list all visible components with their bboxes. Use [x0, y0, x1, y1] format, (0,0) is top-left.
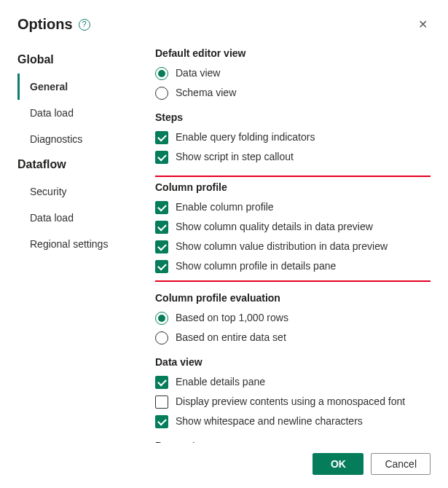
sidebar-section-global: Global [17, 53, 138, 66]
option-label: Based on top 1,000 rows [176, 311, 288, 325]
group-title: Data view [155, 356, 431, 368]
radio-icon[interactable] [155, 331, 168, 345]
sidebar-item-regional-settings[interactable]: Regional settings [17, 231, 138, 257]
option-label: Show whitespace and newline characters [176, 414, 363, 428]
close-icon[interactable]: ✕ [415, 15, 431, 34]
content-panel: Default editor view Data view Schema vie… [155, 47, 431, 443]
sidebar-item-label: Data load [30, 107, 74, 119]
option-column-quality[interactable]: Show column quality details in data prev… [155, 219, 428, 235]
option-step-callout[interactable]: Show script in step callout [155, 149, 431, 165]
group-title: Column profile [155, 181, 428, 193]
sidebar-item-general[interactable]: General [17, 74, 138, 100]
option-label: Schema view [176, 86, 236, 100]
sidebar-item-label: Security [30, 186, 67, 197]
option-details-pane[interactable]: Enable details pane [155, 374, 431, 390]
radio-icon[interactable] [155, 67, 168, 80]
sidebar-section-dataflow: Dataflow [17, 158, 138, 171]
sidebar-item-label: Regional settings [30, 238, 108, 250]
option-label: Show script in step callout [176, 150, 294, 164]
group-column-profile: Column profile Enable column profile Sho… [155, 181, 428, 275]
checkbox-icon[interactable] [155, 260, 168, 273]
option-data-view[interactable]: Data view [155, 65, 431, 82]
checkbox-icon[interactable] [155, 415, 168, 428]
dialog-title: Options [17, 16, 73, 33]
group-title: Default editor view [155, 47, 431, 59]
radio-icon[interactable] [155, 87, 168, 100]
checkbox-icon[interactable] [155, 131, 168, 144]
option-label: Show column quality details in data prev… [176, 220, 373, 234]
option-query-folding[interactable]: Enable query folding indicators [155, 129, 431, 146]
checkbox-icon[interactable] [155, 240, 168, 253]
group-default-editor-view: Default editor view Data view Schema vie… [155, 47, 431, 101]
option-label: Show column value distribution in data p… [176, 240, 388, 253]
radio-icon[interactable] [155, 312, 168, 325]
sidebar: Global General Data load Diagnostics Dat… [17, 47, 138, 443]
option-label: Data view [176, 66, 220, 80]
checkbox-icon[interactable] [155, 151, 168, 164]
option-label: Enable query folding indicators [176, 130, 315, 144]
sidebar-item-security[interactable]: Security [17, 178, 138, 205]
option-monospaced[interactable]: Display preview contents using a monospa… [155, 393, 431, 410]
checkbox-icon[interactable] [155, 201, 168, 214]
sidebar-item-label: Diagnostics [30, 133, 82, 145]
sidebar-item-label: General [30, 81, 68, 93]
group-steps: Steps Enable query folding indicators Sh… [155, 111, 431, 165]
option-schema-view[interactable]: Schema view [155, 84, 431, 101]
help-icon[interactable]: ? [79, 19, 90, 31]
option-label: Based on entire data set [176, 331, 286, 345]
group-data-view: Data view Enable details pane Display pr… [155, 356, 431, 430]
dialog-footer: OK Cancel [17, 443, 431, 475]
dialog-header: Options ? ✕ [17, 15, 431, 34]
option-label: Show column profile in details pane [176, 259, 336, 273]
checkbox-icon[interactable] [155, 221, 168, 234]
ok-button[interactable]: OK [313, 453, 363, 475]
cancel-button[interactable]: Cancel [371, 453, 431, 475]
option-column-profile-pane[interactable]: Show column profile in details pane [155, 258, 428, 275]
option-label: Display preview contents using a monospa… [176, 395, 405, 409]
group-column-profile-eval: Column profile evaluation Based on top 1… [155, 292, 431, 346]
highlight-column-profile: Column profile Enable column profile Sho… [155, 176, 431, 282]
checkbox-icon[interactable] [155, 376, 168, 389]
sidebar-item-diagnostics[interactable]: Diagnostics [17, 126, 138, 152]
sidebar-item-label: Data load [30, 212, 74, 224]
group-title: Steps [155, 111, 431, 123]
option-label: Enable column profile [176, 200, 274, 214]
option-whitespace[interactable]: Show whitespace and newline characters [155, 413, 431, 430]
option-top-1000[interactable]: Based on top 1,000 rows [155, 310, 431, 326]
option-entire-dataset[interactable]: Based on entire data set [155, 329, 431, 346]
title-wrap: Options ? [17, 16, 90, 33]
option-column-value-dist[interactable]: Show column value distribution in data p… [155, 238, 428, 255]
checkbox-icon[interactable] [155, 395, 168, 409]
options-dialog: Options ? ✕ Global General Data load Dia… [0, 0, 448, 488]
dialog-body: Global General Data load Diagnostics Dat… [17, 47, 431, 443]
group-title: Column profile evaluation [155, 292, 431, 304]
sidebar-item-data-load-dataflow[interactable]: Data load [17, 205, 138, 231]
sidebar-item-data-load-global[interactable]: Data load [17, 100, 138, 126]
option-enable-column-profile[interactable]: Enable column profile [155, 199, 428, 216]
option-label: Enable details pane [176, 375, 265, 389]
